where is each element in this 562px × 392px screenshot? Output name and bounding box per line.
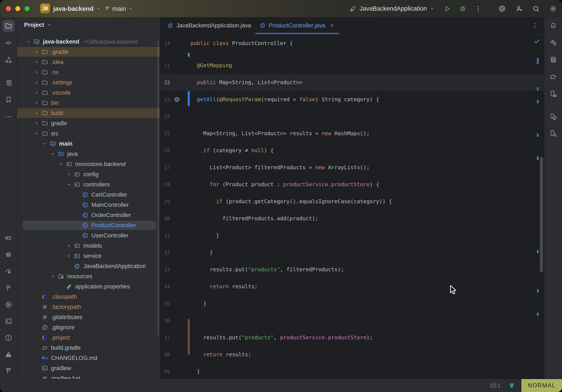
- tree-item-maincontroller[interactable]: MainController: [17, 200, 160, 210]
- chevron-right-icon[interactable]: [34, 59, 41, 65]
- vim-mode-badge[interactable]: NORMAL: [521, 379, 562, 392]
- code-line-31[interactable]: 31 }: [160, 227, 544, 244]
- tree-item-resources[interactable]: resources: [17, 271, 160, 282]
- tool-button-profiler[interactable]: [2, 265, 14, 277]
- ai-at-icon[interactable]: [498, 5, 506, 12]
- tool-button-incognito[interactable]: [2, 249, 14, 261]
- error-stripe-mark[interactable]: [537, 250, 539, 253]
- code-line-38[interactable]: 38 return results;: [160, 346, 544, 363]
- tree-item-gradlew-bat[interactable]: gradlew.bat: [17, 373, 160, 379]
- code-line-26[interactable]: 26 if (category ≠ null) {: [160, 142, 544, 159]
- caret-position-widget[interactable]: 22:1: [490, 382, 501, 389]
- chevron-right-icon[interactable]: [66, 243, 74, 249]
- project-tree-scrollbar[interactable]: [157, 41, 159, 336]
- tree-item-java[interactable]: java: [17, 149, 160, 159]
- tree-item--classpath[interactable]: .classpath: [17, 292, 160, 302]
- tool-button-terminal[interactable]: [2, 315, 14, 327]
- code-with-me-icon[interactable]: [515, 5, 523, 12]
- rest-endpoint-icon[interactable]: [174, 96, 180, 103]
- tree-item-javabackendapplication[interactable]: JavaBackendApplication: [17, 261, 160, 271]
- chevron-right-icon[interactable]: [34, 79, 41, 86]
- error-stripe-mark[interactable]: [537, 100, 539, 103]
- editor-tab-productcontroller-java[interactable]: ProductController.java: [255, 17, 339, 34]
- code-line-32[interactable]: 32 }: [160, 244, 544, 261]
- zoom-button[interactable]: [25, 6, 30, 11]
- tool-button-ai-assistant[interactable]: [547, 37, 559, 49]
- error-stripe-mark[interactable]: [537, 87, 539, 91]
- vcs-added-marker[interactable]: [188, 53, 190, 57]
- chevron-right-icon[interactable]: [34, 120, 41, 127]
- chevron-right-icon[interactable]: [66, 253, 74, 259]
- tool-button-ai-cat[interactable]: [2, 232, 14, 244]
- tree-item--nx[interactable]: .nx: [17, 67, 160, 77]
- tool-button-running-devices[interactable]: [547, 88, 559, 100]
- chevron-down-icon[interactable]: [66, 181, 74, 188]
- code-line-35[interactable]: 35 }: [160, 295, 544, 312]
- vcs-modified-marker[interactable]: [188, 91, 190, 106]
- code-line-27[interactable]: 27 List<Product> filteredProducts = new …: [160, 159, 544, 176]
- chevron-down-icon[interactable]: [430, 6, 434, 11]
- code-line-37[interactable]: 37 results.put("products", productServic…: [160, 329, 544, 346]
- error-stripe-mark[interactable]: [537, 133, 539, 137]
- minimize-button[interactable]: [15, 6, 20, 11]
- tree-item-build-gradle[interactable]: build.gradle: [17, 343, 160, 353]
- error-stripe-mark[interactable]: [537, 312, 539, 316]
- tree-item-monostore-backend[interactable]: monostore.backend: [17, 159, 160, 169]
- code-line-34[interactable]: 34 return results;: [160, 278, 544, 295]
- tool-button-device-explorer[interactable]: [547, 128, 559, 140]
- search-everywhere-icon[interactable]: [532, 5, 540, 12]
- tool-button-version-control[interactable]: [2, 365, 14, 377]
- tree-item--gitattributes[interactable]: .gitattributes: [17, 312, 160, 322]
- tool-button-hierarchy[interactable]: [2, 77, 14, 89]
- chevron-right-icon[interactable]: [34, 69, 41, 75]
- tree-item--settings[interactable]: .settings: [17, 77, 160, 88]
- tree-item-bin[interactable]: bin: [17, 98, 160, 108]
- project-view-selector[interactable]: Project: [24, 22, 52, 28]
- tree-item-config[interactable]: config: [17, 169, 160, 179]
- code-line-29[interactable]: 29 if (product.getCategory().equalsIgnor…: [160, 193, 544, 210]
- chevron-right-icon[interactable]: [34, 49, 41, 55]
- close-tab-icon[interactable]: [329, 23, 335, 28]
- tool-button-project[interactable]: [2, 20, 14, 32]
- debug-button-icon[interactable]: [459, 5, 467, 13]
- chevron-right-icon[interactable]: [34, 100, 41, 106]
- tool-button-more-tools[interactable]: [2, 111, 14, 123]
- code-line-28[interactable]: 28 for (Product product : productService…: [160, 176, 544, 193]
- branch-selector[interactable]: main: [105, 0, 133, 17]
- tree-item-productcontroller[interactable]: ProductController: [17, 220, 160, 230]
- code-line-33[interactable]: 33 results.put("products", filteredProdu…: [160, 261, 544, 278]
- code-line-23[interactable]: 23 getAll(@RequestParam(required = false…: [160, 91, 544, 108]
- chevron-down-icon[interactable]: [50, 151, 58, 157]
- tree-item-usercontroller[interactable]: UserController: [17, 230, 160, 241]
- code-line-36[interactable]: 36: [160, 312, 544, 329]
- editor-area[interactable]: JavaBackendApplication.javaProductContro…: [160, 17, 544, 379]
- inspections-ok-icon[interactable]: [533, 37, 541, 45]
- chevron-right-icon[interactable]: [66, 171, 74, 178]
- tree-item-main[interactable]: main: [17, 139, 160, 149]
- tree-item-controllers[interactable]: controllers: [17, 179, 160, 190]
- tree-item--factorypath[interactable]: .factorypath: [17, 302, 160, 312]
- tool-button-services[interactable]: [2, 299, 14, 310]
- tool-button-warnings[interactable]: [2, 348, 14, 360]
- error-stripe-mark[interactable]: [537, 58, 539, 64]
- more-actions-icon[interactable]: [474, 5, 482, 12]
- tree-item--project[interactable]: .project: [17, 333, 160, 343]
- tree-item-changelog-md[interactable]: MCHANGELOG.md: [17, 353, 160, 363]
- tool-button-commit[interactable]: [2, 37, 14, 49]
- ideavim-icon[interactable]: [508, 382, 515, 389]
- tool-button-notifications[interactable]: [547, 20, 559, 32]
- chevron-right-icon[interactable]: [34, 110, 41, 116]
- vcs-whitespace-modified-marker[interactable]: [188, 319, 190, 355]
- close-button[interactable]: [6, 6, 11, 11]
- code-line-24[interactable]: 24: [160, 108, 544, 125]
- editor-scrollbar-thumb[interactable]: [540, 157, 543, 272]
- tree-item-application-properties[interactable]: application.properties: [17, 282, 160, 292]
- error-stripe-mark[interactable]: [537, 289, 539, 293]
- tree-item--idea[interactable]: .idea: [17, 57, 160, 67]
- project-selector[interactable]: java-backend: [53, 0, 101, 17]
- tool-button-bookmarks[interactable]: [2, 94, 14, 106]
- tree-item-models[interactable]: models: [17, 241, 160, 251]
- tool-button-gradle[interactable]: [547, 71, 559, 83]
- code-line-21[interactable]: 21 @GetMapping: [160, 57, 544, 74]
- settings-gear-icon[interactable]: [549, 5, 557, 12]
